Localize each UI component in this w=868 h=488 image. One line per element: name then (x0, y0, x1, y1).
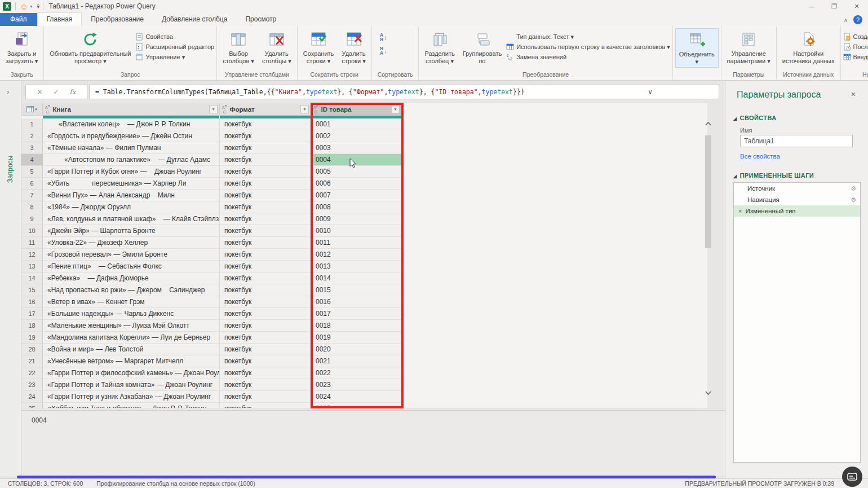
cell[interactable]: «Большие надежды» — Чарльз Диккенс (43, 308, 220, 320)
cell[interactable]: 0021 (311, 355, 402, 367)
applied-step-Источник[interactable]: Источник⚙ (734, 183, 860, 194)
cell[interactable]: 0025 (311, 403, 402, 408)
cell[interactable]: покетбук (220, 201, 311, 213)
row-number[interactable]: 2 (21, 130, 43, 142)
step-settings-gear-icon[interactable]: ⚙ (851, 185, 856, 192)
cell[interactable]: покетбук (220, 379, 311, 391)
recording-overlay-icon[interactable] (842, 467, 862, 487)
filter-dropdown-icon[interactable]: ▼ (300, 105, 309, 113)
row-number[interactable]: 16 (21, 296, 43, 308)
smiley-dropdown-caret[interactable]: ▾ (30, 4, 32, 9)
cell[interactable]: покетбук (220, 142, 311, 154)
cell[interactable]: 0024 (311, 391, 402, 403)
step-settings-gear-icon[interactable]: ⚙ (851, 196, 856, 204)
button-Обновить предварительный просмотр[interactable]: Обновить предварительныйпросмотр ▾ (46, 28, 134, 67)
cell[interactable]: 0007 (311, 190, 402, 201)
cell[interactable]: покетбук (220, 355, 311, 367)
cell[interactable]: 0008 (311, 201, 402, 213)
row-number[interactable]: 18 (21, 320, 43, 332)
cell[interactable]: «Автостопом по галактике» — Дуглас Адамс (43, 154, 220, 166)
button-Введите данные[interactable]: Введите данные (843, 53, 868, 61)
row-number[interactable]: 9 (21, 213, 43, 225)
button-Создать источник[interactable]: Создать источник ▾ (843, 33, 868, 41)
row-number[interactable]: 1 (21, 118, 43, 130)
column-header-Формат[interactable]: ABCФормат▼ (220, 103, 311, 116)
column-header-Книга[interactable]: ABCКнига▼ (43, 103, 220, 116)
cell[interactable]: покетбук (220, 225, 311, 237)
cell[interactable]: покетбук (220, 166, 311, 178)
cell[interactable]: «Пение птиц» — Себастьян Фолкс (43, 261, 220, 272)
button-Разделить столбец[interactable]: Разделитьстолбец ▾ (421, 28, 458, 67)
formula-cancel-icon[interactable]: ✕ (37, 88, 42, 96)
formula-accept-icon[interactable]: ✓ (53, 88, 59, 96)
row-number[interactable]: 3 (21, 142, 43, 154)
cell[interactable]: «Война и мир» — Лев Толстой (43, 344, 220, 355)
button-Выбор столбцов[interactable]: Выборстолбцов ▾ (219, 28, 258, 67)
row-number[interactable]: 12 (21, 249, 43, 261)
row-number[interactable]: 25 (21, 403, 43, 408)
cell[interactable]: 0009 (311, 213, 402, 225)
cell[interactable]: покетбук (220, 320, 311, 332)
cell[interactable]: покетбук (220, 249, 311, 261)
cell[interactable]: «Убить пересмешника» — Харпер Ли (43, 178, 220, 190)
row-number[interactable]: 11 (21, 237, 43, 249)
tab-Главная[interactable]: Главная (37, 12, 82, 26)
row-number[interactable]: 17 (21, 308, 43, 320)
cell[interactable]: покетбук (220, 178, 311, 190)
query-name-input[interactable] (740, 135, 853, 147)
cell[interactable]: «Гарри Поттер и узник Азкабана» — Джоан … (43, 391, 220, 403)
scrollbar-thumb[interactable] (705, 135, 711, 248)
button-sort-za[interactable]: ЯА↓ (380, 46, 387, 55)
button-Настройки источника данных[interactable]: Настройкиисточника данных (779, 28, 838, 67)
formula-expand-chevron-icon[interactable]: ∨ (648, 88, 653, 96)
cell[interactable]: «Над пропастью во ржи» — Джером Сэлиндже… (43, 284, 220, 296)
row-number[interactable]: 4 (21, 154, 43, 166)
cell[interactable]: «1984» — Джордж Оруэлл (43, 201, 220, 213)
cell[interactable]: «Мандолина капитана Корелли» — Луи де Бе… (43, 332, 220, 344)
cell[interactable]: «Гарри Поттер и Кубок огня» — Джоан Роул… (43, 166, 220, 178)
button-Использовать первую строку в качестве заголовков[interactable]: Использовать первую строку в качестве за… (506, 43, 670, 51)
fx-icon[interactable]: fx (69, 88, 76, 96)
scroll-down-icon[interactable] (705, 390, 712, 395)
row-number[interactable]: 22 (21, 367, 43, 379)
cell[interactable]: «Тёмные начала» — Филип Пулман (43, 142, 220, 154)
button-Замена значений[interactable]: 12Замена значений (506, 53, 670, 61)
restore-button[interactable]: ❐ (823, 0, 845, 12)
queries-strip-label[interactable]: Запросы (6, 147, 14, 192)
button-Свойства[interactable]: Свойства (135, 33, 214, 41)
panel-close-icon[interactable]: × (851, 90, 856, 99)
row-number[interactable]: 14 (21, 272, 43, 284)
row-number[interactable]: 8 (21, 201, 43, 213)
expand-queries-icon[interactable]: › (7, 87, 9, 96)
vertical-scrollbar[interactable] (703, 118, 714, 403)
button-Объединить[interactable]: Объединить▾ (675, 28, 719, 68)
row-number[interactable]: 15 (21, 284, 43, 296)
cell[interactable]: 0006 (311, 178, 402, 190)
cell[interactable]: 0023 (311, 379, 402, 391)
cell[interactable]: 0015 (311, 284, 402, 296)
row-number[interactable]: 13 (21, 261, 43, 272)
formula-input[interactable]: = Table.TransformColumnTypes(Таблица1_Ta… (89, 85, 719, 99)
minimize-button[interactable]: — (800, 0, 823, 12)
cell[interactable]: «Ветер в ивах» — Кеннет Грэм (43, 296, 220, 308)
cell[interactable]: «Винни Пух» — Алан Александр Милн (43, 190, 220, 201)
applied-steps-section-header[interactable]: ◢ПРИМЕНЕННЫЕ ШАГИ (733, 172, 814, 179)
cell[interactable]: покетбук (220, 130, 311, 142)
cell[interactable]: «Унесённые ветром» — Маргарет Митчелл (43, 355, 220, 367)
cell[interactable]: «Лев, колдунья и платяной шкаф» — Клайв … (43, 213, 220, 225)
cell[interactable]: «Грозовой перевал» — Эмили Бронте (43, 249, 220, 261)
status-profiling[interactable]: Профилирование столбца на основе первых … (96, 480, 255, 487)
row-number[interactable]: 21 (21, 355, 43, 367)
applied-step-Навигация[interactable]: Навигация⚙ (734, 194, 860, 205)
applied-step-Измененный тип[interactable]: ×Измененный тип (734, 205, 860, 217)
button-sort-az[interactable]: АЯ↓ (380, 33, 387, 42)
cell[interactable]: «Уловка-22» — Джозеф Хеллер (43, 237, 220, 249)
column-header-ID товара[interactable]: ABCID товара▼ (311, 103, 402, 116)
smiley-feedback-icon[interactable]: ☺ (20, 2, 28, 11)
filter-dropdown-icon[interactable]: ▼ (391, 105, 400, 113)
cell[interactable]: 0018 (311, 320, 402, 332)
cell[interactable]: 0016 (311, 296, 402, 308)
button-Удалить столбцы[interactable]: Удалитьстолбцы ▾ (259, 28, 295, 67)
cell[interactable]: «Хоббит, или Туда и обратно» — Джон Р. Р… (43, 403, 220, 408)
cell[interactable]: покетбук (220, 332, 311, 344)
